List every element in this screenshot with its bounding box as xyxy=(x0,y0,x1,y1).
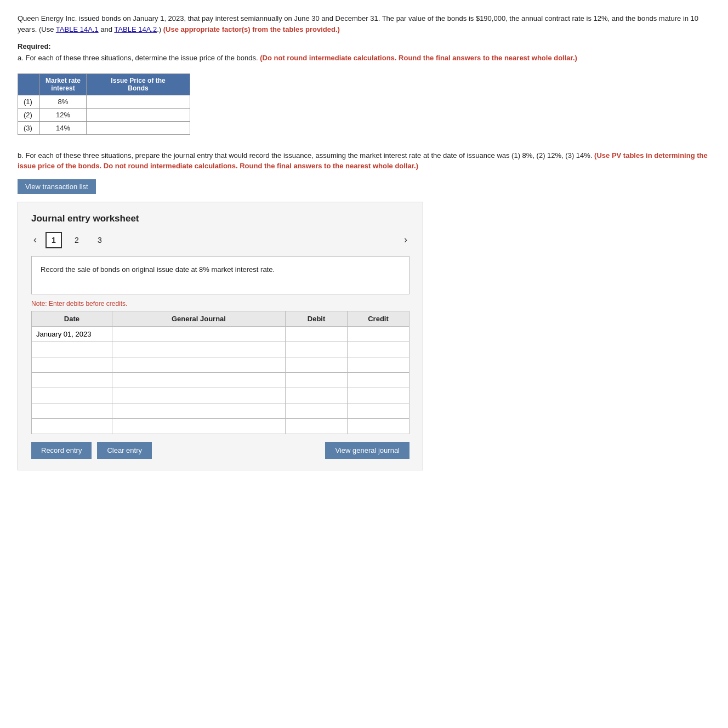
journal-entry-table: Date General Journal Debit Credit xyxy=(31,311,410,434)
tab-2[interactable]: 2 xyxy=(69,232,85,248)
journal-cell-6[interactable] xyxy=(112,403,285,418)
row-label-2: (2) xyxy=(18,108,40,121)
date-cell-4[interactable] xyxy=(32,372,112,388)
date-cell-6[interactable] xyxy=(32,403,112,418)
journal-input-6[interactable] xyxy=(117,407,281,415)
journal-cell-1[interactable] xyxy=(112,326,285,342)
col-header-empty xyxy=(18,73,40,95)
date-cell-7[interactable] xyxy=(32,418,112,434)
debit-cell-2[interactable] xyxy=(286,342,348,357)
credit-cell-5[interactable] xyxy=(348,388,410,403)
table-row: (2) 12% xyxy=(18,108,190,121)
journal-input-1[interactable] xyxy=(117,330,281,338)
instruction-text: Record the sale of bonds on original iss… xyxy=(41,265,275,274)
row-label-3: (3) xyxy=(18,121,40,134)
debit-cell-4[interactable] xyxy=(286,372,348,388)
debit-cell-6[interactable] xyxy=(286,403,348,418)
debit-input-1[interactable] xyxy=(290,330,343,338)
credit-cell-1[interactable] xyxy=(348,326,410,342)
issue-price-field-1[interactable] xyxy=(92,98,184,106)
credit-input-3[interactable] xyxy=(352,361,405,369)
issue-price-input-1[interactable] xyxy=(87,95,190,108)
debit-cell-1[interactable] xyxy=(286,326,348,342)
credit-cell-7[interactable] xyxy=(348,418,410,434)
table-row xyxy=(32,388,410,403)
clear-entry-button[interactable]: Clear entry xyxy=(97,442,152,459)
credit-cell-6[interactable] xyxy=(348,403,410,418)
view-transaction-button[interactable]: View transaction list xyxy=(18,179,96,194)
debit-input-5[interactable] xyxy=(290,391,343,400)
row-label-1: (1) xyxy=(18,95,40,108)
journal-cell-7[interactable] xyxy=(112,418,285,434)
issue-price-input-2[interactable] xyxy=(87,108,190,121)
credit-cell-3[interactable] xyxy=(348,357,410,372)
date-input-2[interactable] xyxy=(36,345,107,354)
issue-price-input-3[interactable] xyxy=(87,121,190,134)
journal-title: Journal entry worksheet xyxy=(31,213,410,224)
date-input-5[interactable] xyxy=(36,391,107,400)
col-header-market-rate: Market rateinterest xyxy=(40,73,87,95)
tabs-row: ‹ 1 2 3 › xyxy=(31,232,410,248)
part-a-text1: a. For each of these three situations, d… xyxy=(18,54,260,62)
tab-next-button[interactable]: › xyxy=(402,234,410,246)
debit-input-7[interactable] xyxy=(290,422,343,430)
table-row xyxy=(32,372,410,388)
view-general-journal-button[interactable]: View general journal xyxy=(325,442,410,459)
date-cell-2[interactable] xyxy=(32,342,112,357)
date-input-7[interactable] xyxy=(36,422,107,430)
date-input-1[interactable] xyxy=(36,330,107,338)
header-credit: Credit xyxy=(348,311,410,326)
date-input-3[interactable] xyxy=(36,361,107,369)
table-row xyxy=(32,418,410,434)
part-a-text: a. For each of these three situations, d… xyxy=(18,53,710,64)
issue-price-field-2[interactable] xyxy=(92,111,184,119)
date-cell-5[interactable] xyxy=(32,388,112,403)
credit-input-4[interactable] xyxy=(352,376,405,384)
journal-cell-2[interactable] xyxy=(112,342,285,357)
table-row xyxy=(32,357,410,372)
credit-input-7[interactable] xyxy=(352,422,405,430)
issue-price-field-3[interactable] xyxy=(92,124,184,132)
credit-cell-2[interactable] xyxy=(348,342,410,357)
record-entry-button[interactable]: Record entry xyxy=(31,442,92,459)
header-general-journal: General Journal xyxy=(112,311,285,326)
intro-bold: (Use appropriate factor(s) from the tabl… xyxy=(163,25,340,33)
table-row: (3) 14% xyxy=(18,121,190,134)
debit-input-3[interactable] xyxy=(290,361,343,369)
date-cell-3[interactable] xyxy=(32,357,112,372)
journal-cell-3[interactable] xyxy=(112,357,285,372)
debit-input-4[interactable] xyxy=(290,376,343,384)
credit-input-5[interactable] xyxy=(352,391,405,400)
journal-cell-4[interactable] xyxy=(112,372,285,388)
part-b-text1: b. For each of these three situations, p… xyxy=(18,151,594,160)
credit-input-2[interactable] xyxy=(352,345,405,354)
journal-cell-5[interactable] xyxy=(112,388,285,403)
tab-1[interactable]: 1 xyxy=(46,232,62,248)
debit-input-6[interactable] xyxy=(290,407,343,415)
journal-note: Note: Enter debits before credits. xyxy=(31,300,410,308)
table-row xyxy=(32,326,410,342)
journal-input-5[interactable] xyxy=(117,391,281,400)
credit-cell-4[interactable] xyxy=(348,372,410,388)
date-cell-1[interactable] xyxy=(32,326,112,342)
part-b-section: b. For each of these three situations, p… xyxy=(18,150,710,172)
debit-input-2[interactable] xyxy=(290,345,343,354)
debit-cell-7[interactable] xyxy=(286,418,348,434)
debit-cell-5[interactable] xyxy=(286,388,348,403)
debit-cell-3[interactable] xyxy=(286,357,348,372)
journal-input-2[interactable] xyxy=(117,345,281,354)
journal-input-7[interactable] xyxy=(117,422,281,430)
credit-input-1[interactable] xyxy=(352,330,405,338)
tab-3[interactable]: 3 xyxy=(92,232,108,248)
header-debit: Debit xyxy=(286,311,348,326)
journal-input-4[interactable] xyxy=(117,376,281,384)
rate-2: 12% xyxy=(40,108,87,121)
journal-input-3[interactable] xyxy=(117,361,281,369)
date-input-6[interactable] xyxy=(36,407,107,415)
intro-text3: .) xyxy=(157,25,163,33)
date-input-4[interactable] xyxy=(36,376,107,384)
table-link-1[interactable]: TABLE 14A.1 xyxy=(56,25,99,33)
tab-prev-button[interactable]: ‹ xyxy=(31,234,39,246)
credit-input-6[interactable] xyxy=(352,407,405,415)
table-link-2[interactable]: TABLE 14A.2 xyxy=(114,25,157,33)
